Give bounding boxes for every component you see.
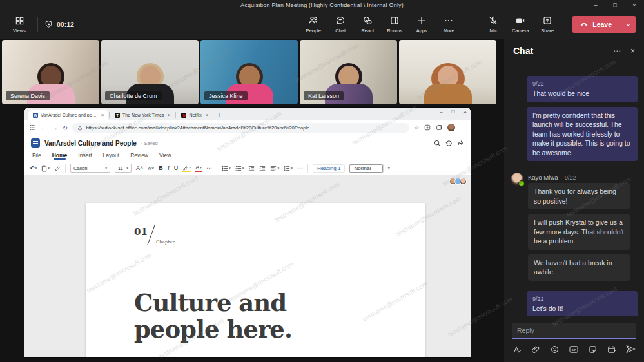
browser-tab-netflix[interactable]: N Netflix × [177,110,213,120]
video-tile-serena-davis[interactable]: Serena Davis [2,40,99,104]
meeting-title: Acquisition Plan Meeting (Highly Confide… [0,2,644,8]
url-field[interactable]: https://outlook-sdf.office.com/mail/deep… [72,123,409,133]
browser-menu-icon[interactable]: ⋯ [460,125,465,131]
people-button[interactable]: People [302,12,325,37]
close-button[interactable]: × [625,0,644,10]
search-icon[interactable] [434,140,441,147]
grow-font-button[interactable]: A˄ [136,165,143,171]
leave-label: Leave [592,21,612,28]
participant-name: Serena Davis [6,91,50,100]
menu-review[interactable]: Review [130,151,148,158]
tab-close-icon[interactable]: × [206,113,208,117]
browser-maximize-button[interactable]: □ [451,109,454,115]
numbered-list-button[interactable]: ▾ [235,166,244,171]
undo-button[interactable]: ↶▾ [30,165,37,171]
leave-options-button[interactable] [620,16,636,33]
decrease-indent-button[interactable] [248,166,255,171]
italic-button[interactable]: I [168,165,170,171]
paste-button[interactable]: ▾ [41,165,50,172]
message-text: Let's do it! [532,304,632,313]
chat-message-own: 9/22 That would be nice [527,76,638,102]
ribbon-more-icon[interactable]: ⋯ [297,165,303,171]
share-document-icon[interactable] [457,140,464,147]
rooms-button[interactable]: Rooms [383,12,406,37]
chat-close-icon[interactable]: × [630,46,635,55]
chat-button[interactable]: Chat [329,12,352,37]
shrink-font-button[interactable]: A˅ [148,166,154,171]
menu-file[interactable]: File [32,151,41,158]
leave-button[interactable]: Leave [572,16,636,33]
bold-button[interactable]: B [159,165,163,171]
underline-button[interactable]: U [174,165,179,171]
style-heading1[interactable]: Heading 1 [313,164,345,173]
style-normal[interactable]: Normal [349,164,383,173]
react-button[interactable]: React [356,12,379,37]
increase-indent-button[interactable] [259,166,266,171]
attach-icon[interactable] [532,345,540,354]
ribbon-more-icon[interactable]: ⋯ [206,165,212,171]
schedule-icon[interactable] [607,345,616,354]
line-spacing-button[interactable]: ▾ [284,166,293,171]
video-tile-jessica-kline[interactable]: Jessica Kline [200,40,298,104]
views-button[interactable]: Views [8,12,31,37]
browser-minimize-button[interactable]: – [440,109,442,115]
browser-profile-avatar[interactable] [447,124,455,131]
browser-tab-nytimes[interactable]: T The New York Times × [110,110,175,120]
camera-button[interactable]: Camera [509,12,532,37]
kayo-miwa-avatar[interactable] [511,173,523,186]
back-icon[interactable]: ← [41,124,47,131]
highlight-button[interactable]: ▾ [182,165,191,172]
font-name-select[interactable]: Calibri▾ [70,164,110,173]
browser-tab-vanarsdel[interactable]: W VanArsdel Culture and peo... × [28,110,108,120]
new-tab-button[interactable]: + [217,111,221,119]
mic-button[interactable]: Mic [482,12,505,37]
font-color-button[interactable]: A▾ [195,164,202,172]
bullet-list-button[interactable]: ▾ [222,166,231,171]
send-icon[interactable] [626,345,636,354]
tab-close-icon[interactable]: × [101,113,104,117]
word-app-icon [31,138,40,148]
collections-icon[interactable] [436,122,442,133]
video-tile-participant-5[interactable] [399,40,496,104]
menu-view[interactable]: View [159,151,171,158]
meeting-timer: 00:12 [44,20,74,30]
history-icon[interactable] [445,140,453,147]
minimize-button[interactable]: – [586,0,605,10]
document-heading: Culture and people here. [134,290,292,343]
tab-close-icon[interactable]: × [168,113,170,117]
menu-home[interactable]: Home [52,151,68,158]
share-button[interactable]: Share [536,12,559,37]
refresh-icon[interactable]: ↻ [63,124,68,131]
more-button[interactable]: More [437,12,460,37]
save-status: · Saved [141,140,158,146]
align-button[interactable]: ▾ [270,166,279,171]
font-size-select[interactable]: 11▾ [115,164,132,173]
video-tile-charlotte-de-crum[interactable]: Charlotte de Crum [101,40,199,104]
reply-input[interactable] [512,323,636,339]
menu-layout[interactable]: Layout [103,151,120,158]
presence-avatars [451,178,467,185]
extension-icon[interactable] [424,122,431,133]
gif-icon[interactable]: GIF [569,345,578,354]
chat-panel-title: Chat [513,46,613,56]
styles-gallery-chevron[interactable]: ▾ [387,166,390,171]
chat-message-their: We haven't had a break in awhile. [528,254,630,281]
browser-close-button[interactable]: × [463,109,467,115]
menu-insert[interactable]: Insert [78,151,92,158]
forward-icon[interactable]: → [52,124,58,131]
apps-button[interactable]: Apps [410,12,433,37]
toolbar-divider [37,17,38,32]
document-page[interactable]: 01 Chapter Culture and people here. [86,203,425,357]
maximize-button[interactable]: □ [605,0,625,10]
format-painter-icon[interactable] [54,165,61,171]
shield-lock-icon [44,20,53,30]
chat-more-icon[interactable]: ⋯ [613,46,621,55]
video-tile-kat-larsson[interactable]: Kat Larsson [300,40,397,104]
word-online-header: VanArsdel Culture and People · Saved [24,135,471,151]
emoji-icon[interactable] [551,345,559,354]
format-icon[interactable] [513,345,522,354]
apps-grid-icon[interactable] [30,122,36,133]
favorites-star-icon[interactable]: ☆ [414,124,419,131]
participant-name: Jessica Kline [204,91,248,100]
sticker-icon[interactable] [589,345,597,354]
